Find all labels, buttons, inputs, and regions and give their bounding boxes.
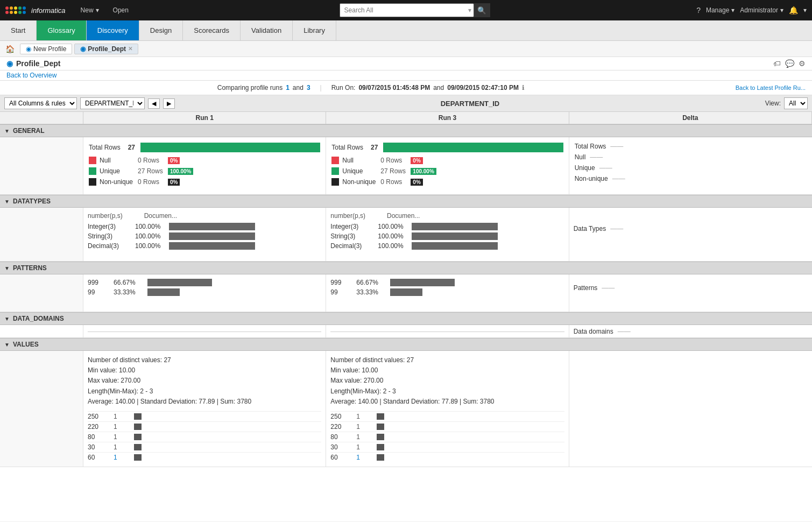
dd-run3-line [330, 331, 564, 332]
search-button[interactable]: 🔍 [474, 3, 490, 17]
prev-column-button[interactable]: ◀ [148, 98, 160, 109]
profile-title: ◉ Profile_Dept [6, 59, 60, 68]
tab-glossary[interactable]: Glossary [37, 20, 86, 40]
tab-discovery[interactable]: Discovery [87, 20, 139, 40]
general-section-header[interactable]: ▼ GENERAL [0, 124, 812, 137]
run1-total-row: Total Rows 27 [89, 143, 320, 152]
run1-link[interactable]: 1 [286, 84, 290, 91]
search-input[interactable] [340, 6, 466, 14]
delta-total-label: Total Rows [575, 143, 606, 150]
profile-title-icon: ◉ [6, 59, 13, 68]
back-to-overview-link[interactable]: Back to Overview [6, 72, 57, 79]
home-icon[interactable]: 🏠 [5, 45, 15, 53]
run1-null-pct: 0% [168, 157, 180, 164]
value-row-run3-1: 220 1 [330, 421, 564, 432]
tab-library[interactable]: Library [293, 20, 336, 40]
run2-link[interactable]: 3 [307, 84, 310, 91]
next-column-button[interactable]: ▶ [163, 98, 175, 109]
manage-chevron: ▾ [731, 6, 735, 14]
search-box: ▾ [340, 3, 474, 17]
delta-values [569, 351, 812, 467]
patterns-section-header[interactable]: ▼ PATTERNS [0, 262, 812, 274]
values-section-header[interactable]: ▼ VALUES [0, 338, 812, 351]
manage-button[interactable]: Manage ▾ [706, 6, 735, 14]
filter-select[interactable]: All Columns & rules [4, 97, 77, 109]
data-domains-section-header[interactable]: ▼ DATA_DOMAINS [0, 312, 812, 325]
run-headers: Run 1 Run 3 Delta [0, 112, 812, 124]
tab-close-icon[interactable]: ✕ [128, 46, 132, 52]
values-content: Number of distinct values: 27 Min value:… [0, 351, 812, 467]
general-left [0, 137, 83, 194]
profile-dept-icon: ◉ [80, 45, 86, 53]
dd-run3 [326, 325, 569, 337]
run1-min: Min value: 10.00 [88, 365, 321, 376]
run3-max: Max value: 270.00 [330, 376, 564, 386]
run3-values-stats: Number of distinct values: 27 Min value:… [330, 355, 564, 407]
notification-icon[interactable]: 🔔 [789, 6, 798, 15]
run3-total-label: Total Rows [331, 144, 363, 151]
header-actions: 🏷 💬 ⚙ [773, 59, 806, 68]
dd-delta: Data domains —— [569, 325, 812, 337]
null-color-run3 [331, 157, 339, 164]
patterns-collapse-icon: ▼ [4, 265, 10, 271]
delta-datatypes: Data Types —— [569, 208, 812, 261]
run1-total-val: 27 [128, 144, 135, 151]
open-label: Open [113, 6, 129, 14]
run1-unique-rows: 27 Rows [138, 167, 165, 175]
delta-total-row: Total Rows —— [575, 143, 807, 150]
value-row-run3-4: 60 1 [330, 452, 564, 462]
patterns-label: PATTERNS [13, 264, 47, 272]
datatypes-content: number(p,s) Documen... Integer(3) 100.00… [0, 208, 812, 262]
tab-start[interactable]: Start [0, 20, 37, 40]
profile-header: ◉ Profile_Dept 🏷 💬 ⚙ [0, 57, 812, 70]
delta-datatypes-row: Data Types —— [574, 225, 808, 232]
delta-general: Total Rows —— Null —— Unique —— Non-uniq… [569, 137, 812, 194]
run1-datatypes: number(p,s) Documen... Integer(3) 100.00… [83, 208, 326, 261]
run1-null-row: Null 0 Rows 0% [89, 157, 320, 164]
profile-dept-tab[interactable]: ◉ Profile_Dept ✕ [74, 44, 138, 54]
nav-bar: Start Glossary Discovery Design Scorecar… [0, 20, 812, 41]
patterns-content: 999 66.67% 99 33.33% 999 66.67% 99 33.33… [0, 274, 812, 312]
help-icon-btn[interactable]: ? [696, 6, 701, 15]
tab-scorecards[interactable]: Scorecards [183, 20, 241, 40]
more-menu-icon[interactable]: ▾ [803, 6, 807, 14]
delta-unique-label: Unique [575, 164, 595, 172]
data-domains-collapse-icon: ▼ [4, 316, 10, 322]
run1-values: Number of distinct values: 27 Min value:… [83, 351, 326, 467]
run-header-blank [0, 112, 83, 124]
datatypes-label: DATATYPES [13, 197, 51, 205]
dropdown-icon[interactable]: ▾ [466, 6, 474, 14]
run3-null-pct: 0% [411, 157, 422, 164]
run3-total-val: 27 [371, 144, 378, 151]
settings-icon[interactable]: ⚙ [799, 59, 806, 68]
dd-run1 [83, 325, 326, 337]
open-button[interactable]: Open [109, 4, 133, 16]
delta-null-label: Null [575, 153, 586, 161]
new-button[interactable]: New ▾ [76, 4, 103, 16]
run3-general: Total Rows 27 Null 0 Rows 0% Unique 27 R… [326, 137, 569, 194]
run1-nonuniq-pct: 0% [168, 179, 180, 186]
comment-icon[interactable]: 💬 [785, 59, 794, 68]
run3-null-label: Null [342, 157, 377, 164]
dtype-header-run3: number(p,s) Documen... [330, 212, 564, 220]
run1-max: Max value: 270.00 [88, 376, 321, 386]
value-row-run1-3: 30 1 [88, 442, 321, 452]
view-select[interactable]: All [784, 97, 808, 109]
dtype-row-run3-2: Decimal(3) 100.00% [330, 242, 564, 250]
datatypes-section-header[interactable]: ▼ DATATYPES [0, 195, 812, 208]
run1-nonuniq-rows: 0 Rows [138, 178, 165, 186]
column-select[interactable]: DEPARTMENT_ID [80, 97, 145, 109]
back-latest-link[interactable]: Back to Latest Profile Ru... [736, 84, 806, 91]
general-collapse-icon: ▼ [4, 128, 10, 134]
profile-dept-label: Profile_Dept [88, 45, 126, 53]
admin-button[interactable]: Administrator ▾ [740, 6, 783, 14]
run1-total-label: Total Rows [89, 144, 121, 151]
tag-icon[interactable]: 🏷 [773, 59, 781, 68]
info-icon[interactable]: ℹ [522, 84, 525, 91]
tab-validation[interactable]: Validation [241, 20, 293, 40]
view-label: View: [765, 100, 781, 107]
tab-design[interactable]: Design [139, 20, 183, 40]
run1-null-label: Null [100, 157, 135, 164]
delta-patterns-label: Patterns [574, 284, 598, 292]
new-profile-tab[interactable]: ◉ New Profile [20, 44, 72, 54]
